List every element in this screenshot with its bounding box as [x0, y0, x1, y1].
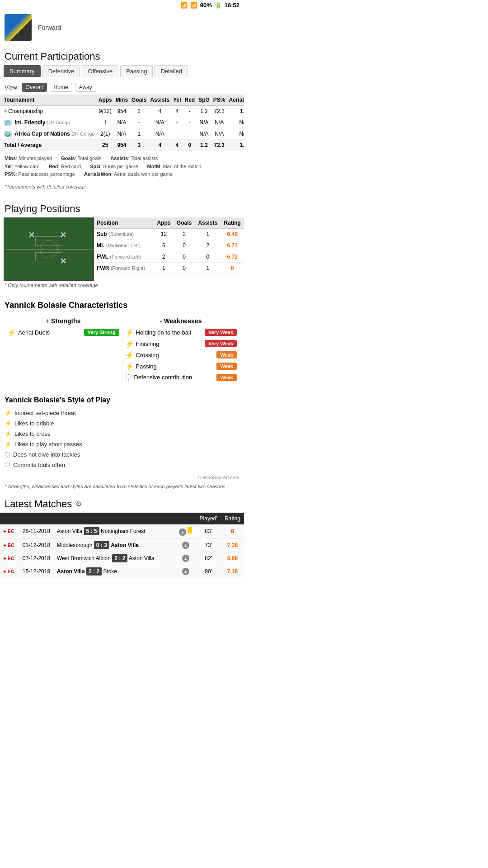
- table-row: ML (Midfielder Left) 6 0 2 6.71: [94, 240, 244, 251]
- shield-icon: 🛡: [5, 462, 10, 468]
- battery-icon: 🔋: [215, 2, 222, 9]
- match-rating: 8: [221, 524, 244, 539]
- view-selector: View: Overall Home Away: [0, 81, 244, 94]
- pos-col-goals: Goals: [174, 217, 195, 229]
- style-item: ⚡ Likes to cross: [5, 429, 239, 439]
- flag-icon: 🌐: [4, 120, 12, 126]
- bolt-icon: ⚡: [5, 410, 12, 416]
- goals-val: 2: [130, 106, 148, 117]
- bolt-icon: ⚡: [5, 420, 12, 427]
- tab-offensive[interactable]: Offensive: [82, 65, 118, 77]
- pos-col-assists: Assists: [195, 217, 221, 229]
- pos-col-rating: Rating: [221, 217, 244, 229]
- match-played: 90': [196, 565, 221, 578]
- tournaments-footnote: *Tournaments with detailed coverage: [0, 182, 244, 193]
- weaknesses-label: - Weaknesses: [125, 317, 237, 325]
- pitch-diagram: ✕ ✕ ✕: [4, 217, 94, 281]
- stats-legend: Mins: Minutes played Goals: Total goals …: [0, 151, 244, 182]
- table-row: 🌍 Africa Cup of Nations DR Congo 2(1) N/…: [0, 128, 244, 140]
- shield-icon: 🛡: [5, 451, 10, 458]
- bolt-icon: ⚡: [125, 351, 134, 359]
- status-bar: 📶 📶 90% 🔋 16:52: [0, 0, 244, 10]
- col-ps: PS%: [211, 94, 227, 106]
- weaknesses-column: - Weaknesses ⚡ Holding on to the ball Ve…: [122, 315, 240, 387]
- weakness-badge: Weak: [216, 351, 237, 359]
- apps-val: 9(12): [97, 106, 114, 117]
- view-label: View:: [5, 84, 19, 91]
- col-assists: Assists: [148, 94, 171, 106]
- flag-icon: 🌍: [4, 131, 12, 137]
- table-row: Sub (Substitute) 12 2 1 6.46: [94, 228, 244, 240]
- player-icon: ▲: [182, 555, 189, 562]
- view-away[interactable]: Away: [75, 83, 96, 92]
- section-title-positions: Playing Positions: [0, 198, 244, 217]
- tab-defensive[interactable]: Defensive: [42, 65, 80, 77]
- weakness-badge: Very Weak: [205, 329, 237, 336]
- col-played: Played': [196, 513, 221, 524]
- signal-icon: 📶: [190, 2, 197, 9]
- match-played: 83': [196, 524, 221, 539]
- playing-positions-section: Playing Positions ✕ ✕ ✕ Position Apps: [0, 193, 244, 296]
- match-teams: Aston Villa 2 : 2 Stoke: [55, 565, 176, 578]
- tab-passing[interactable]: Passing: [120, 65, 153, 77]
- player-icon: ▲: [179, 528, 186, 536]
- match-icons: ▲: [176, 524, 196, 539]
- match-date: 15-12-2018: [18, 565, 55, 578]
- match-played: 82': [196, 552, 221, 565]
- positions-footnote: * Only tournaments with detailed coverag…: [0, 281, 244, 292]
- yellow-card-icon: [188, 527, 192, 533]
- strength-badge: Very Strong: [84, 329, 119, 336]
- bolt-icon: ⚡: [7, 328, 16, 337]
- matches-table: Played' Rating + EC 28-11-2018 Aston Vil…: [0, 513, 244, 578]
- style-item: 🛡 Commits fouls often: [5, 460, 239, 470]
- col-tournament: Tournament: [0, 94, 97, 106]
- wifi-icon: 📶: [180, 2, 188, 9]
- player-icon: ▲: [182, 568, 189, 575]
- view-home[interactable]: Home: [50, 83, 72, 92]
- tournament-name: + Championship: [0, 106, 97, 117]
- strengths-label: + Strengths: [7, 317, 119, 325]
- match-icons: ▲: [176, 565, 196, 578]
- table-row: + Championship 9(12) 954 2 4 4 - 1.2 72.…: [0, 106, 244, 117]
- match-rating: 7.38: [221, 538, 244, 552]
- position-marker: ✕: [60, 230, 66, 240]
- weakness-item: ⚡ Passing Weak: [125, 362, 237, 371]
- match-teams: Middlesbrough 0 : 3 Aston Villa: [55, 538, 176, 552]
- bolt-icon: ⚡: [5, 430, 12, 437]
- ps-val: 72.3: [211, 106, 227, 117]
- match-row: + EC 28-11-2018 Aston Villa 5 : 5 Nottin…: [0, 524, 244, 539]
- match-comp: + EC: [0, 524, 18, 539]
- characteristics-title: Yannick Bolasie Characteristics: [5, 301, 239, 310]
- characteristics-footnote: * Strengths, weaknesses and styles are c…: [0, 482, 244, 494]
- gear-icon[interactable]: ⚙: [75, 500, 82, 508]
- view-overall[interactable]: Overall: [22, 83, 47, 92]
- pos-col-position: Position: [94, 217, 154, 229]
- col-spg: SpG: [197, 94, 211, 106]
- tab-summary[interactable]: Summary: [4, 65, 41, 77]
- col-red: Red: [183, 94, 197, 106]
- style-item: 🛡 Does not dive into tackles: [5, 449, 239, 460]
- table-row: FWL (Forward Left) 2 0 0 6.72: [94, 251, 244, 262]
- section-title-participations: Current Participations: [0, 45, 244, 65]
- flag-icon: +: [4, 108, 7, 114]
- player-icon: ▲: [182, 542, 189, 549]
- matches-title: Latest Matches: [5, 498, 72, 510]
- weakness-badge: Very Weak: [205, 340, 237, 347]
- weakness-item: 🛡 Defensive contribution Weak: [125, 373, 237, 382]
- match-date: 07-12-2018: [18, 552, 55, 565]
- col-goals: Goals: [130, 94, 148, 106]
- pos-col-apps: Apps: [154, 217, 174, 229]
- tournament-name: 🌐 Int. Friendly DR Congo: [0, 117, 97, 128]
- matches-header: Latest Matches ⚙: [0, 498, 244, 513]
- bolt-icon: ⚡: [125, 328, 134, 337]
- positions-container: ✕ ✕ ✕ Position Apps Goals Assists Rating: [0, 217, 244, 281]
- col-yel: Yel: [171, 94, 183, 106]
- latest-matches-section: Latest Matches ⚙ Played' Rating + EC 28-…: [0, 494, 244, 578]
- col-mins: Mins: [114, 94, 130, 106]
- match-comp: + EC: [0, 565, 18, 578]
- tab-detailed[interactable]: Detailed: [155, 65, 188, 77]
- bolt-icon: ⚡: [125, 362, 134, 371]
- mins-val: 954: [114, 106, 130, 117]
- weakness-badge: Weak: [216, 374, 237, 381]
- positions-stats-table: Position Apps Goals Assists Rating Sub (…: [94, 217, 244, 274]
